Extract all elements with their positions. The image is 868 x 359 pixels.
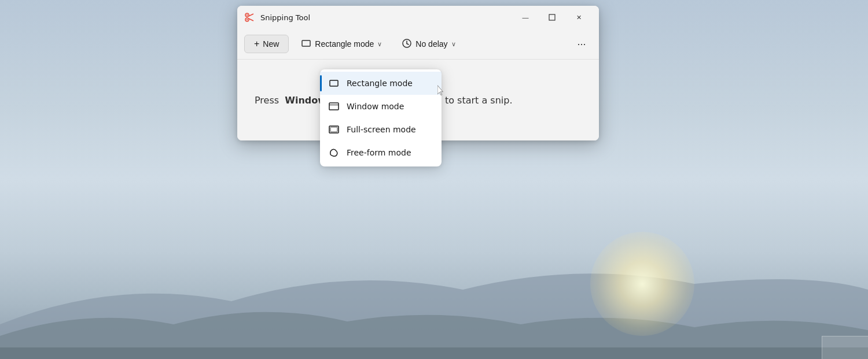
svg-rect-6 [549, 14, 555, 20]
window-mode-menu-icon [328, 101, 340, 112]
window-title: Snipping Tool [260, 13, 310, 22]
mode-dropdown: Rectangle mode Window mode [320, 69, 442, 166]
delay-chevron-icon: ∨ [451, 40, 456, 48]
snipping-tool-window: Snipping Tool — ✕ + New [237, 6, 599, 140]
close-button[interactable]: ✕ [565, 8, 592, 27]
delay-button[interactable]: No delay ∨ [394, 34, 463, 54]
svg-rect-15 [330, 127, 337, 132]
maximize-icon [549, 14, 556, 21]
title-bar: Snipping Tool — ✕ [237, 6, 599, 29]
taskbar-corner [822, 336, 868, 359]
sun-glow [590, 232, 694, 336]
mode-button-label: Rectangle mode [315, 39, 374, 49]
landscape-bg [0, 232, 868, 359]
rectangle-mode-menu-icon [328, 77, 340, 89]
window-mode-label: Window mode [347, 102, 404, 111]
svg-rect-11 [330, 80, 338, 86]
freeform-mode-label: Free-form mode [347, 148, 411, 157]
mode-chevron-icon: ∨ [377, 40, 382, 48]
app-icon [244, 12, 256, 23]
more-options-icon: ··· [577, 38, 586, 50]
new-button-label: New [263, 39, 279, 49]
toolbar: + New Rectangle mode ∨ [237, 29, 599, 60]
svg-line-3 [249, 18, 254, 21]
maximize-button[interactable] [539, 8, 565, 27]
svg-point-5 [247, 19, 248, 20]
new-button[interactable]: + New [244, 35, 289, 53]
plus-icon: + [254, 39, 259, 49]
window-controls: — ✕ [512, 8, 592, 27]
rectangle-mode-label: Rectangle mode [347, 79, 413, 88]
svg-line-2 [249, 14, 254, 16]
menu-item-freeform[interactable]: Free-form mode [320, 141, 442, 164]
more-options-button[interactable]: ··· [571, 34, 592, 54]
menu-item-rectangle[interactable]: Rectangle mode [320, 72, 442, 95]
clock-icon [402, 38, 412, 50]
svg-rect-12 [329, 103, 339, 110]
minimize-button[interactable]: — [512, 8, 539, 27]
title-left: Snipping Tool [244, 12, 310, 23]
menu-item-fullscreen[interactable]: Full-screen mode [320, 118, 442, 141]
svg-rect-7 [302, 40, 310, 46]
menu-item-window[interactable]: Window mode [320, 95, 442, 118]
delay-label: No delay [415, 39, 447, 49]
fullscreen-mode-menu-icon [328, 124, 340, 135]
scissors-icon [244, 12, 256, 23]
desktop: Snipping Tool — ✕ + New [0, 0, 868, 359]
mode-button[interactable]: Rectangle mode ∨ [293, 34, 389, 54]
freeform-mode-menu-icon [328, 147, 340, 158]
fullscreen-mode-label: Full-screen mode [347, 125, 416, 134]
svg-line-10 [407, 43, 409, 45]
rectangle-mode-icon [301, 38, 311, 50]
svg-point-4 [247, 14, 248, 16]
